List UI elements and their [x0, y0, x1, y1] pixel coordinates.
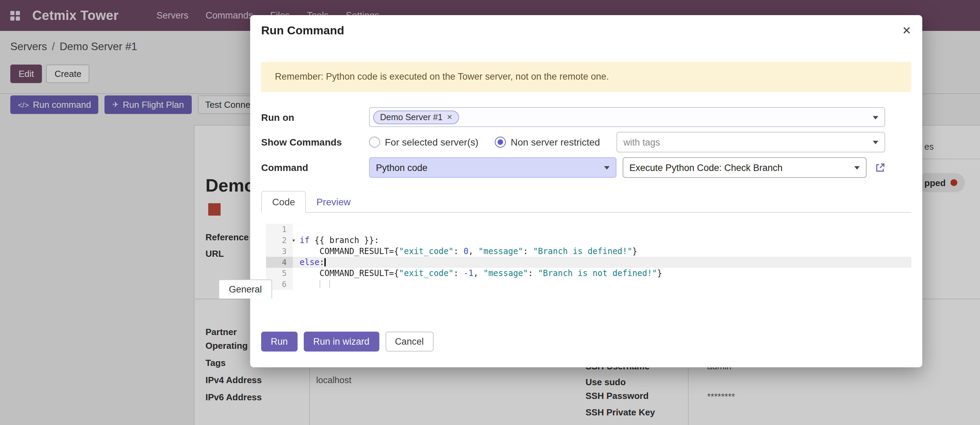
- close-icon[interactable]: ✕: [902, 25, 911, 36]
- line-number: 2▾: [266, 235, 293, 246]
- tab-general[interactable]: General: [218, 279, 272, 299]
- modal-body: Remember: Python code is executed on the…: [250, 62, 922, 290]
- show-commands-row: Show Commands For selected server(s)Non …: [261, 132, 911, 152]
- editor-line[interactable]: 3 COMMAND_RESULT={"exit_code": 0, "messa…: [266, 246, 911, 257]
- command-kind-select[interactable]: Python code: [369, 157, 616, 178]
- with-tags-select[interactable]: with tags: [616, 132, 885, 152]
- editor-line[interactable]: 6: [266, 279, 911, 290]
- tab-code[interactable]: Code: [261, 191, 306, 213]
- radio-non-server-restricted[interactable]: Non server restricted: [495, 136, 600, 147]
- chevron-down-icon[interactable]: [873, 141, 878, 144]
- modal-footer: Run Run in wizard Cancel: [261, 331, 433, 352]
- show-commands-label: Show Commands: [261, 136, 369, 147]
- code-editor-lines: 12▾if {{ branch }}:3 COMMAND_RESULT={"ex…: [266, 224, 911, 290]
- tag-remove-icon[interactable]: ✕: [447, 113, 453, 121]
- modal-title: Run Command: [261, 24, 344, 38]
- run-button[interactable]: Run: [261, 331, 298, 352]
- run-on-tags: Demo Server #1✕: [373, 110, 460, 124]
- run-command-modal: Run Command ✕ Remember: Python code is e…: [250, 15, 922, 367]
- command-value: Execute Python Code: Check Branch: [630, 162, 783, 173]
- line-number: 3: [266, 246, 293, 257]
- code-line: else:: [293, 257, 911, 268]
- external-link-icon[interactable]: [875, 162, 885, 173]
- line-number: 1: [266, 224, 293, 235]
- chevron-down-icon[interactable]: [854, 166, 860, 170]
- server-tag[interactable]: Demo Server #1✕: [373, 110, 460, 124]
- modal-tabs: Code Preview: [261, 191, 911, 213]
- code-line: if {{ branch }}:: [293, 235, 911, 246]
- indent-guide: [329, 280, 330, 289]
- text-cursor: [325, 258, 326, 266]
- code-line: [293, 224, 911, 235]
- code-line: COMMAND_RESULT={"exit_code": -1, "messag…: [293, 268, 911, 279]
- screen: Cetmix Tower ServersCommandsFilesToolsSe…: [0, 0, 980, 425]
- radio-label: Non server restricted: [511, 136, 600, 147]
- code-editor[interactable]: 12▾if {{ branch }}:3 COMMAND_RESULT={"ex…: [266, 224, 911, 290]
- run-in-wizard-button[interactable]: Run in wizard: [304, 331, 379, 352]
- command-kind-value: Python code: [376, 162, 428, 173]
- server-tag-label: Demo Server #1: [380, 112, 442, 122]
- show-commands-radios: For selected server(s)Non server restric…: [369, 136, 616, 147]
- radio-label: For selected server(s): [385, 136, 478, 147]
- code-line: [293, 279, 911, 290]
- chevron-down-icon[interactable]: [604, 166, 609, 170]
- command-select[interactable]: Execute Python Code: Check Branch: [623, 157, 867, 178]
- indent-guide: [320, 280, 320, 289]
- command-label: Command: [261, 162, 369, 173]
- line-number: 4▾: [266, 257, 293, 268]
- screenshot-stage: Cetmix Tower ServersCommandsFilesToolsSe…: [0, 0, 980, 425]
- with-tags-placeholder: with tags: [623, 137, 660, 147]
- editor-line[interactable]: 4▾else:: [266, 257, 911, 268]
- editor-line[interactable]: 2▾if {{ branch }}:: [266, 235, 911, 246]
- modal-header: Run Command ✕: [250, 15, 922, 47]
- editor-line[interactable]: 1: [266, 224, 911, 235]
- radio-button-icon[interactable]: [369, 136, 380, 147]
- chevron-down-icon[interactable]: [873, 116, 878, 119]
- code-line: COMMAND_RESULT={"exit_code": 0, "message…: [293, 246, 911, 257]
- editor-line[interactable]: 5 COMMAND_RESULT={"exit_code": -1, "mess…: [266, 268, 911, 279]
- run-on-row: Run on Demo Server #1✕: [261, 107, 911, 127]
- run-on-label: Run on: [261, 111, 369, 122]
- form-rows: Run on Demo Server #1✕ Show Commands For…: [261, 107, 911, 178]
- cancel-button[interactable]: Cancel: [385, 331, 433, 352]
- tab-preview[interactable]: Preview: [306, 192, 361, 212]
- line-number: 5: [266, 268, 293, 279]
- radio-button-icon[interactable]: [495, 136, 506, 147]
- command-row: Command Python code Execute Python Code:…: [261, 157, 911, 178]
- run-on-tags-select[interactable]: Demo Server #1✕: [369, 107, 885, 127]
- python-warning-banner: Remember: Python code is executed on the…: [261, 62, 911, 92]
- radio-for-selected-server-s-[interactable]: For selected server(s): [369, 136, 478, 147]
